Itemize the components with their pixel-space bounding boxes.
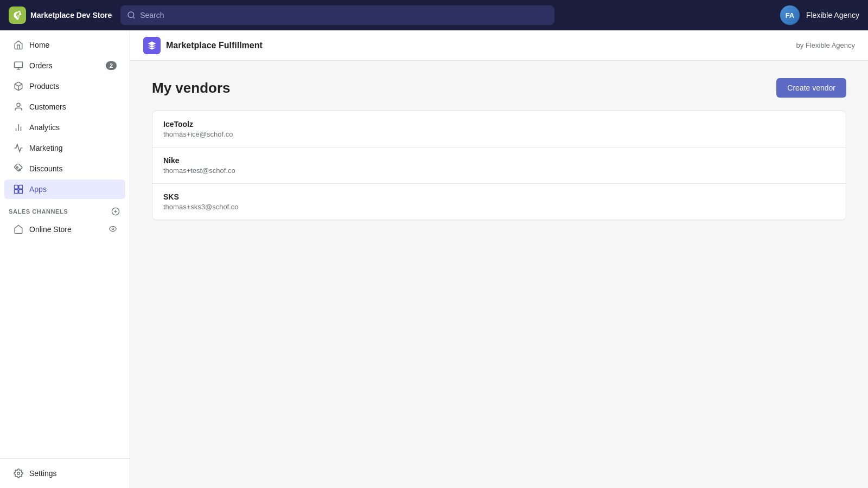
sidebar-item-online-store-label: Online Store [29, 225, 72, 234]
app-title: Marketplace Fulfillment [166, 41, 263, 50]
layout: Home Orders 2 Products Customers [0, 30, 868, 488]
topnav: Marketplace Dev Store FA Flexible Agency [0, 0, 868, 30]
sidebar-item-customers-label: Customers [29, 102, 66, 111]
vendor-name: IceToolz [163, 120, 835, 129]
settings-icon [13, 468, 24, 479]
sales-channels-label: SALES CHANNELS [9, 208, 68, 215]
svg-line-1 [133, 17, 135, 18]
products-icon [13, 81, 24, 92]
sidebar-item-orders[interactable]: Orders 2 [4, 56, 125, 75]
vendor-name: Nike [163, 156, 835, 165]
sidebar-item-discounts[interactable]: Discounts [4, 159, 125, 178]
app-header: Marketplace Fulfillment by Flexible Agen… [130, 30, 868, 61]
customers-icon [13, 101, 24, 112]
svg-rect-14 [15, 190, 18, 194]
sidebar-item-home-label: Home [29, 41, 49, 49]
content-header: My vendors Create vendor [152, 78, 846, 98]
shopify-logo [9, 7, 26, 24]
discounts-icon [13, 163, 24, 174]
orders-icon [13, 60, 24, 71]
vendor-item[interactable]: SKS thomas+sks3@schof.co [152, 184, 846, 220]
svg-point-6 [17, 103, 20, 106]
orders-badge: 2 [106, 61, 117, 70]
avatar[interactable]: FA [780, 5, 800, 25]
vendor-item[interactable]: Nike thomas+test@schof.co [152, 147, 846, 184]
sidebar-item-orders-label: Orders [29, 61, 53, 70]
sidebar-item-marketing-label: Marketing [29, 144, 62, 152]
marketing-icon [13, 143, 24, 153]
search-input[interactable] [140, 11, 548, 20]
eye-icon[interactable] [109, 225, 117, 234]
vendor-name: SKS [163, 192, 835, 201]
sidebar: Home Orders 2 Products Customers [0, 30, 130, 488]
sidebar-item-settings[interactable]: Settings [4, 464, 125, 483]
brand: Marketplace Dev Store [9, 7, 112, 24]
sidebar-item-products[interactable]: Products [4, 76, 125, 96]
svg-rect-13 [19, 185, 23, 189]
apps-icon [13, 184, 24, 195]
sales-channels-section: SALES CHANNELS [0, 200, 130, 219]
topnav-username: Flexible Agency [806, 11, 859, 20]
svg-rect-15 [19, 190, 23, 194]
sidebar-item-marketing[interactable]: Marketing [4, 138, 125, 158]
svg-point-0 [128, 12, 134, 18]
sidebar-spacer [0, 240, 130, 458]
sidebar-item-discounts-label: Discounts [29, 164, 62, 173]
svg-point-19 [112, 228, 114, 230]
topnav-right: FA Flexible Agency [780, 5, 859, 25]
sidebar-item-online-store[interactable]: Online Store [4, 220, 125, 239]
app-author: by Flexible Agency [796, 41, 855, 49]
sidebar-settings-label: Settings [29, 469, 57, 478]
svg-rect-2 [15, 62, 23, 68]
sidebar-item-apps[interactable]: Apps [4, 179, 125, 199]
vendor-email: thomas+test@schof.co [163, 166, 835, 175]
vendor-email: thomas+sks3@schof.co [163, 203, 835, 211]
home-icon [13, 40, 24, 50]
analytics-icon [13, 122, 24, 133]
sidebar-item-customers[interactable]: Customers [4, 97, 125, 117]
online-store-icon [13, 224, 24, 235]
content-area: My vendors Create vendor IceToolz thomas… [130, 61, 868, 488]
add-sales-channel-button[interactable] [110, 206, 121, 217]
create-vendor-button[interactable]: Create vendor [776, 78, 846, 98]
app-header-left: Marketplace Fulfillment [143, 37, 263, 54]
vendor-list: IceToolz thomas+ice@schof.co Nike thomas… [152, 111, 846, 220]
page-title: My vendors [152, 80, 231, 97]
svg-rect-12 [15, 185, 18, 189]
sidebar-bottom: Settings [0, 458, 130, 484]
store-name-label: Marketplace Dev Store [30, 11, 112, 20]
vendor-item[interactable]: IceToolz thomas+ice@schof.co [152, 111, 846, 147]
main-content: Marketplace Fulfillment by Flexible Agen… [130, 30, 868, 488]
vendor-email: thomas+ice@schof.co [163, 130, 835, 138]
app-icon [143, 37, 161, 54]
sidebar-item-analytics[interactable]: Analytics [4, 118, 125, 137]
sidebar-item-analytics-label: Analytics [29, 123, 60, 132]
search-icon [127, 11, 136, 20]
svg-point-10 [16, 166, 18, 168]
svg-point-20 [17, 472, 20, 475]
search-bar[interactable] [120, 5, 554, 25]
sidebar-item-home[interactable]: Home [4, 35, 125, 55]
sidebar-item-products-label: Products [29, 82, 59, 91]
sidebar-item-apps-label: Apps [29, 185, 47, 194]
